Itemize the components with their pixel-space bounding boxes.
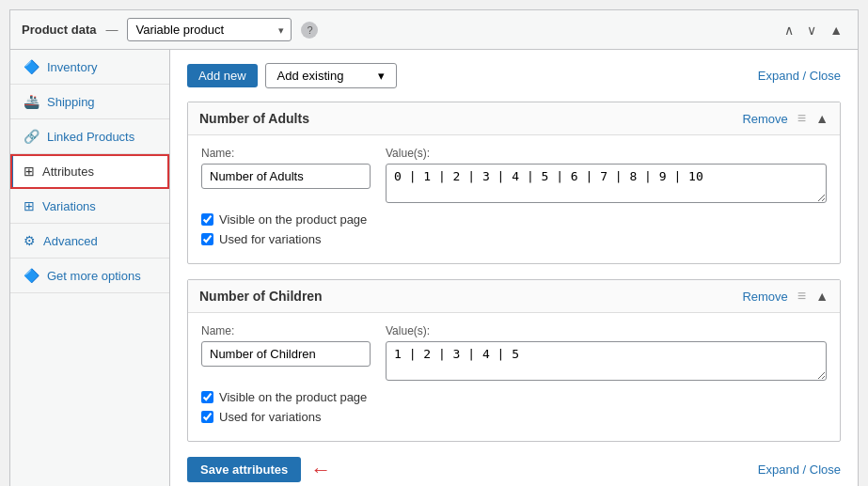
linked-products-icon: 🔗: [24, 129, 39, 144]
attribute-block-children: Number of Children Remove ≡ ▲ Name:: [187, 279, 841, 442]
attribute-fields-adults: Name: Value(s): 0 | 1 | 2 | 3 | 4 | 5 | …: [201, 147, 827, 203]
sidebar-item-linked-products[interactable]: 🔗 Linked Products: [10, 119, 169, 154]
footer-row: Save attributes ← Expand / Close: [187, 457, 841, 482]
values-textarea-children[interactable]: 1 | 2 | 3 | 4 | 5: [386, 341, 827, 381]
sidebar-item-label: Get more options: [47, 269, 141, 283]
arrow-collapse-btn[interactable]: ▲: [826, 21, 846, 39]
red-arrow-indicator-icon: ←: [310, 458, 331, 482]
sidebar: 🔷 Inventory 🚢 Shipping 🔗 Linked Products…: [10, 50, 170, 486]
used-variations-label-children: Used for variations: [219, 410, 321, 424]
used-variations-label-adults: Used for variations: [219, 232, 321, 246]
remove-adults-link[interactable]: Remove: [742, 112, 787, 126]
values-label-children: Value(s):: [386, 324, 827, 337]
attribute-header-adults: Number of Adults Remove ≡ ▲: [188, 102, 840, 135]
visible-checkbox-children[interactable]: [201, 391, 213, 403]
attribute-header-children: Number of Children Remove ≡ ▲: [188, 280, 840, 313]
used-variations-checkbox-row-children: Used for variations: [201, 410, 827, 424]
product-type-wrapper: Variable product Simple product Grouped …: [127, 18, 292, 41]
toolbar-row: Add new Add existing ▾ Expand / Close: [187, 63, 841, 88]
main-content: Add new Add existing ▾ Expand / Close Nu…: [170, 50, 858, 486]
arrow-up-btn[interactable]: ∧: [781, 21, 797, 39]
header-left: Product data — Variable product Simple p…: [22, 18, 318, 41]
sidebar-item-label: Variations: [42, 199, 96, 213]
sidebar-item-label: Linked Products: [47, 130, 134, 144]
used-variations-checkbox-adults[interactable]: [201, 233, 213, 245]
sidebar-item-label: Inventory: [47, 60, 97, 74]
collapse-adults-btn[interactable]: ▲: [815, 111, 829, 126]
product-data-body: 🔷 Inventory 🚢 Shipping 🔗 Linked Products…: [10, 50, 858, 486]
inventory-icon: 🔷: [24, 59, 39, 74]
name-input-adults[interactable]: [201, 164, 371, 189]
attribute-body-children: Name: Value(s): 1 | 2 | 3 | 4 | 5 Visibl…: [188, 313, 840, 441]
values-textarea-adults[interactable]: 0 | 1 | 2 | 3 | 4 | 5 | 6 | 7 | 8 | 9 | …: [386, 164, 827, 203]
values-label-adults: Value(s):: [386, 147, 827, 160]
attribute-body-adults: Name: Value(s): 0 | 1 | 2 | 3 | 4 | 5 | …: [188, 135, 840, 263]
name-field-group-children: Name:: [201, 324, 371, 381]
toolbar-left: Add new Add existing ▾: [187, 63, 397, 88]
values-field-group-adults: Value(s): 0 | 1 | 2 | 3 | 4 | 5 | 6 | 7 …: [386, 147, 827, 203]
add-new-button[interactable]: Add new: [187, 64, 258, 87]
add-existing-label: Add existing: [277, 69, 344, 83]
dropdown-arrow-icon: ▾: [378, 69, 385, 83]
remove-children-link[interactable]: Remove: [742, 290, 787, 304]
attribute-header-actions-children: Remove ≡ ▲: [742, 288, 829, 305]
arrow-down-btn[interactable]: ∨: [803, 21, 820, 39]
used-variations-checkbox-children[interactable]: [201, 411, 213, 423]
sidebar-item-label: Attributes: [42, 165, 94, 179]
sidebar-item-attributes[interactable]: ⊞ Attributes: [10, 154, 169, 189]
attributes-icon: ⊞: [24, 164, 35, 179]
used-variations-checkbox-row-adults: Used for variations: [201, 232, 827, 246]
advanced-icon: ⚙: [24, 233, 36, 248]
attribute-fields-children: Name: Value(s): 1 | 2 | 3 | 4 | 5: [201, 324, 827, 381]
attribute-title-adults: Number of Adults: [199, 111, 309, 126]
sidebar-item-variations[interactable]: ⊞ Variations: [10, 189, 169, 224]
save-attributes-button[interactable]: Save attributes: [187, 457, 301, 482]
product-data-header: Product data — Variable product Simple p…: [10, 10, 858, 50]
name-input-children[interactable]: [201, 341, 371, 367]
collapse-children-btn[interactable]: ▲: [815, 289, 829, 304]
sidebar-item-shipping[interactable]: 🚢 Shipping: [10, 85, 169, 119]
drag-handle-children-icon[interactable]: ≡: [797, 288, 806, 305]
visible-checkbox-row-children: Visible on the product page: [201, 390, 827, 404]
attribute-block-adults: Number of Adults Remove ≡ ▲ Name:: [187, 102, 841, 264]
visible-label-children: Visible on the product page: [219, 390, 367, 404]
footer-left: Save attributes ←: [187, 457, 331, 482]
footer-expand-close-link[interactable]: Expand / Close: [758, 462, 841, 477]
sidebar-item-advanced[interactable]: ⚙ Advanced: [10, 224, 169, 259]
header-dash: —: [105, 23, 118, 37]
product-data-panel: Product data — Variable product Simple p…: [9, 9, 859, 486]
variations-icon: ⊞: [24, 198, 35, 213]
visible-checkbox-row-adults: Visible on the product page: [201, 212, 827, 227]
expand-close-link[interactable]: Expand / Close: [758, 69, 841, 83]
sidebar-item-get-more-options[interactable]: 🔷 Get more options: [10, 259, 169, 293]
help-icon[interactable]: ?: [301, 22, 318, 39]
get-more-options-icon: 🔷: [24, 268, 39, 283]
product-type-select[interactable]: Variable product Simple product Grouped …: [127, 18, 292, 41]
sidebar-item-inventory[interactable]: 🔷 Inventory: [10, 50, 169, 85]
name-label-adults: Name:: [201, 147, 371, 160]
attribute-title-children: Number of Children: [199, 289, 323, 304]
visible-checkbox-adults[interactable]: [201, 213, 213, 226]
attribute-header-actions-adults: Remove ≡ ▲: [742, 110, 829, 127]
shipping-icon: 🚢: [24, 94, 39, 109]
drag-handle-adults-icon[interactable]: ≡: [797, 110, 806, 127]
name-label-children: Name:: [201, 324, 371, 337]
visible-label-adults: Visible on the product page: [219, 212, 367, 227]
sidebar-item-label: Shipping: [47, 95, 95, 109]
header-arrows: ∧ ∨ ▲: [781, 21, 846, 39]
name-field-group-adults: Name:: [201, 147, 371, 203]
sidebar-item-label: Advanced: [43, 234, 98, 248]
values-field-group-children: Value(s): 1 | 2 | 3 | 4 | 5: [386, 324, 827, 381]
add-existing-button[interactable]: Add existing ▾: [265, 63, 397, 88]
header-title: Product data: [22, 23, 96, 37]
